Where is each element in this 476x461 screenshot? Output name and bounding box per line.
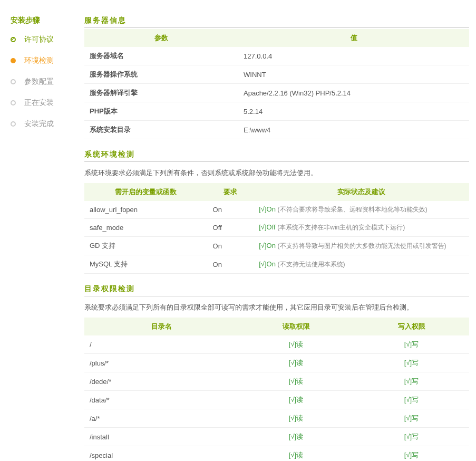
table-row: safe_modeOff[√]Off (本系统不支持在非win主机的安全模式下运… (84, 219, 469, 237)
req-cell: On (208, 255, 254, 274)
dir-cell: /plus/* (84, 354, 238, 372)
table-row: 服务器解译引擎Apache/2.2.16 (Win32) PHP/5.2.14 (84, 84, 469, 102)
param-cell: 服务器解译引擎 (84, 84, 238, 102)
param-cell: 系统安装目录 (84, 121, 238, 139)
req-cell: Off (208, 219, 254, 237)
status-cell: [√]Off (本系统不支持在非win主机的安全模式下运行) (254, 219, 469, 237)
write-cell: [√]写 (354, 335, 469, 354)
status-cell: [√]On (不支持将导致与图片相关的大多数功能无法使用或引发警告) (254, 237, 469, 255)
step-dot-icon (11, 37, 16, 42)
write-cell: [√]写 (354, 372, 469, 391)
table-row: PHP版本5.2.14 (84, 102, 469, 121)
param-cell: 服务器域名 (84, 47, 238, 65)
table-row: /install[√]读[√]写 (84, 428, 469, 446)
server-info-table: 参数 值 服务器域名127.0.0.4服务器操作系统WINNT服务器解译引擎Ap… (84, 29, 469, 139)
table-row: 系统安装目录E:\www4 (84, 121, 469, 139)
sidebar-title: 安装步骤 (11, 16, 79, 25)
write-cell: [√]写 (354, 391, 469, 409)
param-cell: PHP版本 (84, 102, 238, 121)
value-cell: Apache/2.2.16 (Win32) PHP/5.2.14 (238, 84, 469, 102)
th-var: 需开启的变量或函数 (84, 183, 208, 201)
read-cell: [√]读 (238, 446, 354, 462)
table-row: 服务器操作系统WINNT (84, 65, 469, 84)
dir-cell: /install (84, 428, 238, 446)
step-dot-icon (11, 58, 16, 63)
step-complete: 安装完成 (11, 119, 79, 129)
step-config: 参数配置 (11, 77, 79, 87)
th-read: 读取权限 (238, 318, 354, 335)
read-cell: [√]读 (238, 372, 354, 391)
var-cell: GD 支持 (84, 237, 208, 255)
dir-check-desc: 系统要求必须满足下列所有的目录权限全部可读写的需求才能使用，其它应用目录可安装后… (84, 297, 469, 318)
read-cell: [√]读 (238, 391, 354, 409)
dir-cell: /dede/* (84, 372, 238, 391)
th-value: 值 (238, 29, 469, 47)
var-cell: safe_mode (84, 219, 208, 237)
write-cell: [√]写 (354, 354, 469, 372)
th-dir: 目录名 (84, 318, 238, 335)
write-cell: [√]写 (354, 428, 469, 446)
install-steps-sidebar: 安装步骤 许可协议 环境检测 参数配置 正在安装 安装完成 (5, 5, 84, 461)
write-cell: [√]写 (354, 446, 469, 462)
dir-cell: /a/* (84, 409, 238, 428)
th-param: 参数 (84, 29, 238, 47)
step-dot-icon (11, 100, 16, 105)
req-cell: On (208, 201, 254, 219)
param-cell: 服务器操作系统 (84, 65, 238, 84)
table-row: GD 支持On[√]On (不支持将导致与图片相关的大多数功能无法使用或引发警告… (84, 237, 469, 255)
read-cell: [√]读 (238, 354, 354, 372)
dir-cell: / (84, 335, 238, 354)
step-label: 正在安装 (24, 98, 54, 108)
dir-check-title: 目录权限检测 (84, 284, 469, 296)
status-cell: [√]On (不符合要求将导致采集、远程资料本地化等功能失效) (254, 201, 469, 219)
step-installing: 正在安装 (11, 98, 79, 108)
value-cell: 5.2.14 (238, 102, 469, 121)
step-dot-icon (11, 79, 16, 84)
step-label: 参数配置 (24, 77, 54, 87)
write-cell: [√]写 (354, 409, 469, 428)
table-row: /plus/*[√]读[√]写 (84, 354, 469, 372)
server-info-title: 服务器信息 (84, 16, 469, 28)
env-check-table: 需开启的变量或函数 要求 实际状态及建议 allow_url_fopenOn[√… (84, 183, 469, 274)
table-row: /a/*[√]读[√]写 (84, 409, 469, 428)
dir-check-table: 目录名 读取权限 写入权限 /[√]读[√]写/plus/*[√]读[√]写/d… (84, 318, 469, 461)
value-cell: E:\www4 (238, 121, 469, 139)
var-cell: allow_url_fopen (84, 201, 208, 219)
value-cell: 127.0.0.4 (238, 47, 469, 65)
step-label: 环境检测 (24, 56, 54, 65)
table-row: /[√]读[√]写 (84, 335, 469, 354)
table-row: MySQL 支持On[√]On (不支持无法使用本系统) (84, 255, 469, 274)
dir-cell: /special (84, 446, 238, 462)
req-cell: On (208, 237, 254, 255)
env-check-desc: 系统环境要求必须满足下列所有条件，否则系统或系统部份功能将无法使用。 (84, 163, 469, 183)
th-write: 写入权限 (354, 318, 469, 335)
step-license: 许可协议 (11, 35, 79, 44)
step-environment: 环境检测 (11, 56, 79, 65)
table-row: /dede/*[√]读[√]写 (84, 372, 469, 391)
read-cell: [√]读 (238, 335, 354, 354)
table-row: /special[√]读[√]写 (84, 446, 469, 462)
status-cell: [√]On (不支持无法使用本系统) (254, 255, 469, 274)
read-cell: [√]读 (238, 428, 354, 446)
table-row: 服务器域名127.0.0.4 (84, 47, 469, 65)
value-cell: WINNT (238, 65, 469, 84)
env-check-title: 系统环境检测 (84, 150, 469, 162)
step-label: 安装完成 (24, 119, 54, 129)
dir-cell: /data/* (84, 391, 238, 409)
step-label: 许可协议 (24, 35, 54, 44)
var-cell: MySQL 支持 (84, 255, 208, 274)
read-cell: [√]读 (238, 409, 354, 428)
th-req: 要求 (208, 183, 254, 201)
step-dot-icon (11, 121, 16, 127)
th-status: 实际状态及建议 (254, 183, 469, 201)
table-row: /data/*[√]读[√]写 (84, 391, 469, 409)
table-row: allow_url_fopenOn[√]On (不符合要求将导致采集、远程资料本… (84, 201, 469, 219)
main-content: 服务器信息 参数 值 服务器域名127.0.0.4服务器操作系统WINNT服务器… (84, 5, 469, 461)
